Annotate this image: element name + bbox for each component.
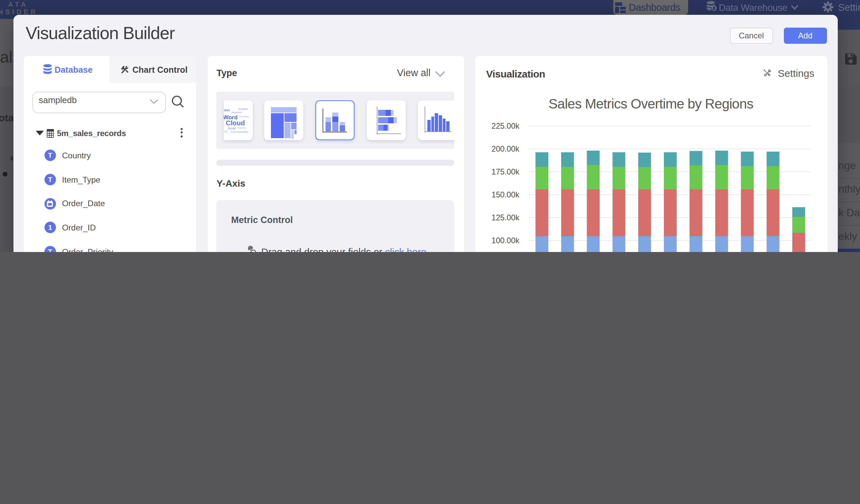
svg-text:Sales Metrics Overtime by Regi: Sales Metrics Overtime by Regions bbox=[548, 96, 753, 111]
svg-text:175.00k: 175.00k bbox=[491, 167, 519, 176]
svg-text:125.00k: 125.00k bbox=[491, 213, 519, 222]
svg-text:150.00k: 150.00k bbox=[491, 190, 519, 199]
svg-text:100.00k: 100.00k bbox=[491, 236, 519, 245]
svg-text:225.00k: 225.00k bbox=[491, 121, 519, 130]
svg-text:200.00k: 200.00k bbox=[491, 144, 519, 153]
